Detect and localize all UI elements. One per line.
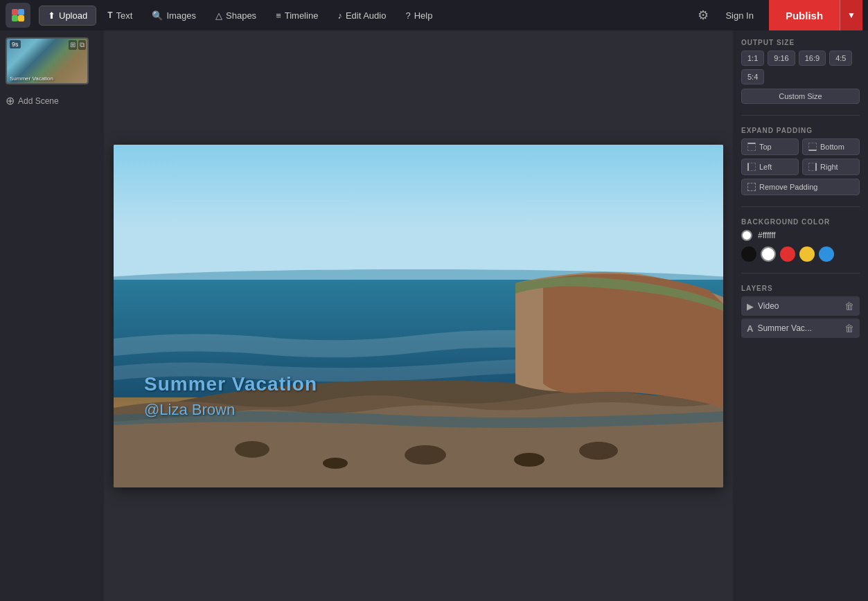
music-icon: ♪	[337, 10, 342, 21]
layers-section: LAYERS ▶ Video 🗑 A Summer Vac... 🗑	[741, 285, 860, 341]
publish-label: Publish	[786, 10, 823, 21]
scene-thumb-label: Summer Vacation	[10, 75, 53, 82]
scene-icon-grid: ⊞	[69, 40, 77, 50]
layer-video[interactable]: ▶ Video 🗑	[741, 296, 860, 316]
padding-bottom-button[interactable]: Bottom	[802, 138, 860, 155]
padding-right-icon	[808, 163, 817, 171]
canvas-subtitle: @Liza Brown	[144, 401, 317, 419]
timeline-icon: ≡	[276, 10, 281, 21]
layers-title: LAYERS	[741, 285, 860, 292]
padding-left-icon	[747, 163, 756, 171]
color-white-swatch[interactable]	[761, 246, 776, 262]
padding-bottom-label: Bottom	[820, 143, 844, 151]
padding-bottom-icon	[808, 143, 817, 151]
remove-padding-label: Remove Padding	[759, 183, 817, 191]
svg-rect-2	[12, 15, 18, 21]
remove-padding-button[interactable]: Remove Padding	[741, 179, 860, 195]
color-yellow-swatch[interactable]	[799, 246, 815, 262]
video-layer-icon: ▶	[747, 301, 754, 312]
publish-button[interactable]: Publish	[769, 0, 840, 30]
expand-padding-section: EXPAND PADDING Top Bottom Left Right	[741, 127, 860, 195]
custom-size-label: Custom Size	[779, 92, 822, 100]
svg-point-11	[514, 453, 544, 467]
size-4-5-button[interactable]: 4:5	[829, 51, 852, 66]
text-layer-label: Summer Vac...	[757, 323, 840, 333]
images-icon: 🔍	[152, 10, 163, 21]
help-label: Help	[414, 10, 433, 21]
publish-dropdown-button[interactable]: ▼	[840, 0, 862, 30]
layer-text[interactable]: A Summer Vac... 🗑	[741, 319, 860, 338]
app-logo[interactable]	[6, 3, 30, 28]
svg-point-8	[235, 441, 269, 458]
size-9-16-button[interactable]: 9:16	[768, 51, 795, 66]
chevron-down-icon: ▼	[847, 10, 856, 20]
timeline-button[interactable]: ≡ Timeline	[267, 6, 326, 25]
upload-button[interactable]: ⬆ Upload	[39, 6, 96, 26]
padding-left-label: Left	[759, 163, 772, 171]
images-button[interactable]: 🔍 Images	[143, 6, 204, 25]
svg-point-9	[323, 458, 348, 469]
signin-button[interactable]: Sign In	[718, 6, 760, 25]
background-color-section: BACKGROUND COLOR #ffffff	[741, 218, 860, 262]
size-1-1-button[interactable]: 1:1	[741, 51, 764, 66]
color-blue-swatch[interactable]	[819, 246, 834, 262]
settings-button[interactable]: ⚙	[693, 3, 713, 27]
bg-color-swatch[interactable]	[741, 230, 752, 241]
bg-color-hex: #ffffff	[758, 231, 776, 240]
svg-rect-1	[18, 9, 24, 15]
canvas-text-overlay: Summer Vacation @Liza Brown	[144, 373, 317, 419]
add-scene-button[interactable]: ⊕ Add Scene	[6, 91, 98, 110]
topnav: ⬆ Upload T Text 🔍 Images △ Shapes ≡ Time…	[0, 0, 868, 30]
size-5-4-button[interactable]: 5:4	[741, 69, 764, 84]
scenes-panel: 9s ⊞ ⧉ Summer Vacation ⊕ Add Scene	[0, 30, 104, 601]
scene-icon-copy: ⧉	[78, 40, 86, 50]
padding-top-button[interactable]: Top	[741, 138, 799, 155]
svg-point-10	[405, 445, 446, 465]
svg-rect-3	[18, 15, 24, 21]
text-layer-delete[interactable]: 🗑	[844, 323, 854, 334]
add-scene-label: Add Scene	[18, 96, 59, 106]
video-layer-label: Video	[758, 301, 840, 311]
bg-color-title: BACKGROUND COLOR	[741, 218, 860, 226]
scene-duration: 9s	[10, 40, 21, 48]
scene-thumb-icons: ⊞ ⧉	[69, 40, 86, 50]
expand-padding-title: EXPAND PADDING	[741, 127, 860, 134]
shapes-label: Shapes	[226, 10, 256, 21]
padding-left-button[interactable]: Left	[741, 159, 799, 175]
video-layer-delete[interactable]: 🗑	[844, 300, 854, 312]
canvas-area: Summer Vacation @Liza Brown	[104, 30, 733, 601]
color-black-swatch[interactable]	[741, 246, 756, 262]
padding-top-icon	[747, 143, 756, 151]
help-icon: ?	[405, 10, 410, 21]
upload-icon: ⬆	[48, 10, 55, 21]
remove-padding-icon	[747, 183, 756, 191]
scene-thumb[interactable]: 9s ⊞ ⧉ Summer Vacation	[6, 37, 89, 84]
padding-right-button[interactable]: Right	[802, 159, 860, 175]
topnav-right: ⚙ Sign In Publish ▼	[693, 0, 862, 30]
size-16-9-button[interactable]: 16:9	[799, 51, 826, 66]
custom-size-button[interactable]: Custom Size	[741, 89, 860, 104]
output-size-title: OUTPUT SIZE	[741, 39, 860, 46]
right-panel: OUTPUT SIZE 1:1 9:16 16:9 4:5 5:4 Custom…	[733, 30, 868, 601]
padding-top-label: Top	[759, 143, 772, 151]
timeline-label: Timeline	[285, 10, 319, 21]
svg-rect-4	[114, 145, 723, 283]
canvas-background	[114, 145, 723, 487]
svg-point-12	[579, 442, 618, 460]
canvas-title: Summer Vacation	[144, 373, 317, 395]
text-layer-icon: A	[747, 323, 753, 334]
images-label: Images	[166, 10, 196, 21]
bg-color-row: #ffffff	[741, 230, 860, 241]
text-label: Text	[116, 10, 133, 21]
color-swatches	[741, 246, 860, 262]
svg-rect-0	[12, 9, 18, 15]
main-area: 9s ⊞ ⧉ Summer Vacation ⊕ Add Scene	[0, 30, 868, 601]
help-button[interactable]: ? Help	[397, 6, 441, 25]
shapes-button[interactable]: △ Shapes	[207, 6, 265, 25]
canvas[interactable]: Summer Vacation @Liza Brown	[114, 145, 723, 487]
color-red-swatch[interactable]	[780, 246, 795, 262]
edit-audio-label: Edit Audio	[346, 10, 387, 21]
text-button[interactable]: T Text	[99, 6, 141, 25]
edit-audio-button[interactable]: ♪ Edit Audio	[329, 6, 394, 25]
text-icon: T	[107, 10, 112, 20]
